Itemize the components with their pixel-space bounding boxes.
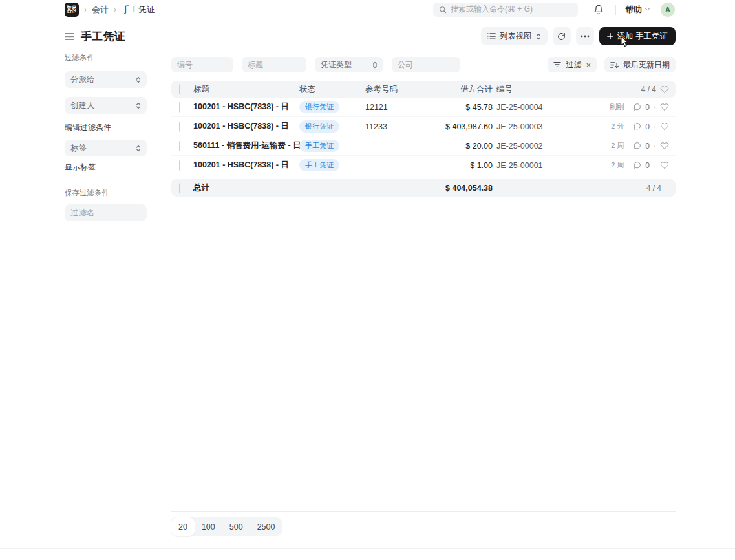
show-tags-link[interactable]: 显示标签 — [65, 162, 147, 173]
row-modified: 2 周 — [611, 141, 624, 151]
bell-icon — [593, 5, 604, 15]
row-modified: 2 周 — [611, 160, 624, 170]
page-size-100[interactable]: 100 — [195, 517, 222, 536]
comment-count: 0 — [645, 103, 650, 112]
add-journal-entry-button[interactable]: 添加 手工凭证 — [599, 27, 676, 45]
filter-button[interactable]: 过滤 × — [548, 57, 597, 72]
select-caret-icon — [136, 102, 141, 109]
search-icon — [439, 6, 447, 14]
pagination: 20 100 500 2500 — [171, 517, 282, 536]
pagination-divider — [171, 511, 676, 512]
table-row[interactable]: 560111 - 销售费用-运输费 - 日 手工凭证 $ 20.00 JE-25… — [171, 136, 676, 156]
sort-button[interactable]: 最后更新日期 — [604, 57, 676, 72]
row-debit: $ 20.00 — [402, 142, 493, 151]
help-menu-button[interactable]: 帮助 — [625, 4, 650, 16]
comment-icon[interactable] — [633, 142, 641, 150]
row-title-link[interactable]: 100201 - HSBC(7838) - 日 — [193, 102, 299, 113]
column-id: 编号 — [493, 84, 575, 95]
navbar-divider — [615, 5, 616, 15]
heart-icon[interactable] — [660, 103, 669, 111]
breadcrumb-separator: › — [114, 5, 116, 14]
table-row[interactable]: 100201 - HSBC(7838) - 日 银行凭证 12121 $ 45.… — [171, 98, 676, 117]
select-all-checkbox[interactable] — [179, 84, 180, 94]
refresh-button[interactable] — [553, 27, 571, 45]
comment-count: 0 — [645, 122, 650, 131]
list-view: 凭证类型 过滤 × 最后更新日期 — [171, 57, 676, 197]
breadcrumb-journal-entry[interactable]: 手工凭证 — [122, 4, 155, 16]
select-caret-icon — [536, 33, 541, 40]
sort-icon — [610, 61, 619, 69]
heart-icon[interactable] — [660, 161, 669, 169]
page-size-group: 20 100 500 2500 — [171, 517, 282, 536]
comment-icon[interactable] — [633, 103, 641, 111]
row-id: JE-25-00002 — [493, 142, 575, 151]
clear-filter-icon[interactable]: × — [586, 61, 591, 69]
row-checkbox[interactable] — [179, 160, 180, 171]
page-size-20[interactable]: 20 — [171, 517, 195, 536]
heart-icon[interactable] — [660, 85, 669, 94]
user-avatar[interactable]: A — [661, 3, 675, 17]
row-checkbox[interactable] — [179, 102, 180, 113]
table-row[interactable]: 100201 - HSBC(7838) - 日 手工凭证 $ 1.00 JE-2… — [171, 156, 676, 175]
page-title: 手工凭证 — [81, 29, 125, 44]
page-size-500[interactable]: 500 — [222, 517, 250, 536]
row-reference: 11233 — [365, 122, 402, 131]
filter-name-input[interactable] — [65, 204, 147, 221]
view-switcher-button[interactable]: 列表视图 — [481, 27, 548, 45]
meta-dot: · — [654, 161, 656, 170]
footer-divider — [0, 548, 735, 549]
assigned-to-select[interactable]: 分派给 — [65, 71, 147, 88]
company-filter-input[interactable] — [392, 57, 460, 72]
filter-sort-controls: 过滤 × 最后更新日期 — [548, 57, 676, 72]
edit-filters-link[interactable]: 编辑过滤条件 — [65, 122, 147, 133]
heart-icon[interactable] — [660, 142, 669, 150]
status-badge: 银行凭证 — [299, 101, 339, 113]
plus-icon — [607, 33, 613, 39]
page-size-2500[interactable]: 2500 — [250, 517, 282, 536]
global-search-input[interactable]: 搜索或输入命令(⌘ + G) — [433, 3, 578, 17]
ellipsis-icon — [581, 35, 590, 38]
meta-dot: · — [654, 103, 656, 112]
breadcrumb-accounting[interactable]: 会计 — [92, 4, 109, 16]
row-checkbox[interactable] — [179, 141, 180, 151]
table-total-row: 总计 $ 404,054.38 4 / 4 — [171, 179, 676, 197]
comment-count: 0 — [645, 161, 650, 170]
list-table: 标题 状态 参考号码 借方合计 编号 4 / 4 100201 - HSBC(7… — [171, 81, 676, 197]
select-caret-icon — [136, 145, 141, 152]
list-view-icon — [487, 32, 496, 40]
total-count: 4 / 4 — [646, 184, 669, 193]
id-filter-input[interactable] — [171, 57, 233, 72]
header-actions: 列表视图 添加 手工凭证 — [481, 27, 676, 45]
filter-section-label: 过滤条件 — [65, 53, 147, 63]
row-count: 4 / 4 — [641, 85, 656, 94]
row-title-link[interactable]: 560111 - 销售费用-运输费 - 日 — [193, 140, 299, 151]
notifications-bell-button[interactable] — [592, 3, 605, 16]
more-options-button[interactable] — [576, 27, 594, 45]
row-modified: 2 分 — [611, 122, 624, 131]
meta-dot: · — [654, 142, 656, 151]
chevron-down-icon — [644, 6, 650, 12]
voucher-type-select[interactable]: 凭证类型 — [315, 57, 383, 72]
tag-select[interactable]: 标签 — [65, 140, 147, 156]
created-by-select[interactable]: 创建人 — [65, 97, 147, 114]
status-badge: 手工凭证 — [299, 159, 339, 171]
sidebar-toggle-button[interactable] — [65, 32, 74, 41]
row-modified: 刚刚 — [610, 102, 624, 112]
top-navbar: 智易 ERP › 会计 › 手工凭证 搜索或输入命令(⌘ + G) 帮助 A — [0, 0, 735, 19]
list-sidebar: 过滤条件 分派给 创建人 编辑过滤条件 标签 显示标签 保存过滤条件 — [65, 48, 147, 221]
meta-dot: · — [654, 122, 656, 131]
app-logo-text: 智易 — [67, 5, 77, 10]
heart-icon[interactable] — [660, 122, 669, 131]
app-logo[interactable]: 智易 ERP — [65, 3, 79, 17]
comment-icon[interactable] — [633, 161, 641, 169]
comment-icon[interactable] — [633, 122, 641, 131]
row-title-link[interactable]: 100201 - HSBC(7838) - 日 — [193, 160, 299, 171]
table-row[interactable]: 100201 - HSBC(7838) - 日 银行凭证 11233 $ 403… — [171, 117, 676, 136]
total-row-checkbox — [179, 183, 180, 193]
title-filter-input[interactable] — [242, 57, 306, 72]
select-caret-icon — [136, 76, 141, 83]
breadcrumb-separator: › — [84, 5, 87, 14]
row-checkbox[interactable] — [179, 122, 180, 132]
row-title-link[interactable]: 100201 - HSBC(7838) - 日 — [193, 121, 299, 132]
select-caret-icon — [372, 61, 378, 69]
